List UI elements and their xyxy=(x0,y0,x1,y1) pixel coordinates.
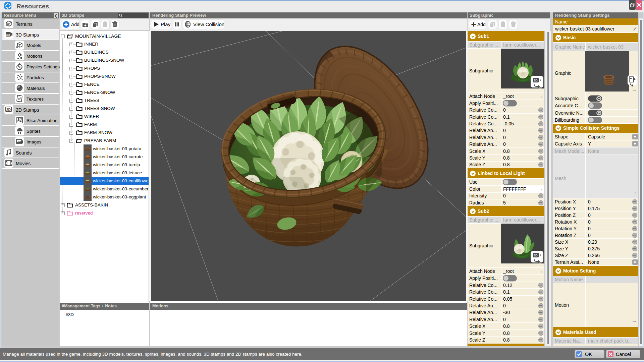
svg-text:Play: Play xyxy=(161,21,171,27)
svg-text:3D: 3D xyxy=(6,33,10,37)
svg-text:Add: Add xyxy=(477,22,486,27)
svg-text:Add: Add xyxy=(71,22,79,27)
svg-text:3D: 3D xyxy=(534,254,538,257)
svg-text:2D: 2D xyxy=(6,108,11,112)
svg-text:Cancel: Cancel xyxy=(616,352,631,357)
svg-text:3D: 3D xyxy=(534,79,538,82)
svg-text:View Collision: View Collision xyxy=(193,21,224,27)
svg-text:OK: OK xyxy=(585,352,592,357)
